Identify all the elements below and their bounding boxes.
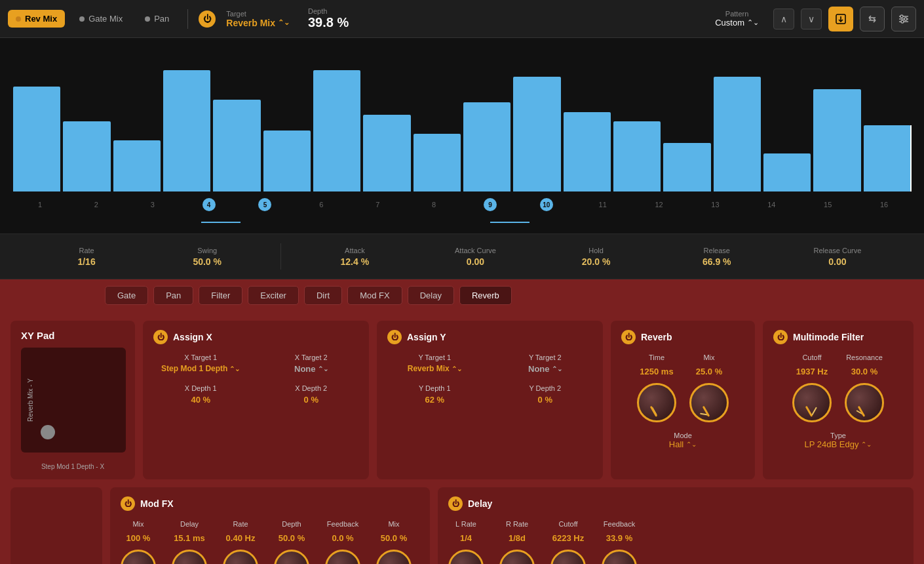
release-curve-param[interactable]: Release Curve 0.00 <box>777 247 898 267</box>
xy-dot[interactable] <box>41 425 55 439</box>
reverb-mix-knob[interactable] <box>689 383 729 422</box>
svg-point-5 <box>900 15 903 18</box>
rate-param[interactable]: Rate 1/16 <box>26 247 147 267</box>
tab-dot <box>79 16 85 22</box>
x-target2-value[interactable]: None ⌃⌄ <box>264 364 359 374</box>
hold-param[interactable]: Hold 20.0 % <box>536 247 657 267</box>
mod-fx-delay-knob[interactable] <box>172 550 207 564</box>
settings-button[interactable] <box>891 7 916 31</box>
nav-down-button[interactable]: ∨ <box>801 9 822 30</box>
delay-card: ⏻ Delay L Rate 1/4 R Rate 1/8d <box>438 487 914 564</box>
mod-fx-mix-knob[interactable] <box>121 550 156 564</box>
tab-pan[interactable]: Pan <box>153 286 193 305</box>
delay-power[interactable]: ⏻ <box>448 496 463 511</box>
assign-y-power[interactable]: ⏻ <box>387 330 402 344</box>
sequencer[interactable]: 12345678910111213141516 <box>0 38 924 233</box>
mod-fx-depth-knob[interactable] <box>274 550 309 564</box>
mod-fx-depth-group: Depth 50.0 % <box>274 520 309 564</box>
tab-delay[interactable]: Delay <box>408 286 454 305</box>
delay-feedback-knob[interactable] <box>602 550 637 564</box>
tab-rev-mix[interactable]: Rev Mix <box>8 10 65 28</box>
assign-x-power[interactable]: ⏻ <box>153 330 168 344</box>
import-button[interactable] <box>828 7 853 31</box>
attack-curve-param[interactable]: Attack Curve 0.00 <box>415 247 535 267</box>
tab-reverb[interactable]: Reverb <box>459 286 512 305</box>
reverb-knobs: Time 1250 ms Mix 25.0 % <box>621 353 744 422</box>
y-target1-group: Y Target 1 Reverb Mix ⌃⌄ <box>387 353 482 374</box>
x-target1-value[interactable]: Step Mod 1 Depth ⌃⌄ <box>153 364 248 373</box>
tab-filter[interactable]: Filter <box>199 286 242 305</box>
y-depth2-value[interactable]: 0 % <box>498 395 593 405</box>
swap-button[interactable] <box>860 7 885 31</box>
x-depth1-value[interactable]: 40 % <box>153 395 248 405</box>
xy-y-label: Reverb Mix - Y <box>27 378 34 422</box>
mod-fx-knobs: Mix 100 % Delay 15.1 ms Ra <box>121 520 419 564</box>
y-depth2-group: Y Depth 2 0 % <box>498 384 593 405</box>
assign-x-card: ⏻ Assign X X Target 1 Step Mod 1 Depth ⌃… <box>143 321 369 479</box>
x-depth2-value[interactable]: 0 % <box>264 395 359 405</box>
delay-cutoff-knob[interactable] <box>550 550 586 564</box>
filter-cutoff-knob[interactable] <box>792 383 832 422</box>
delay-lrate-knob[interactable] <box>448 550 484 564</box>
top-bar: Rev Mix Gate Mix Pan ⏻ Target Reverb Mix… <box>0 0 924 38</box>
target-section: Target Reverb Mix ⌃⌄ <box>226 10 290 28</box>
mod-fx-power[interactable]: ⏻ <box>121 496 135 511</box>
attack-param[interactable]: Attack 12.4 % <box>294 247 415 267</box>
svg-point-6 <box>904 18 907 20</box>
xy-pad[interactable]: Reverb Mix - Y <box>21 348 126 453</box>
y-target2-value[interactable]: None ⌃⌄ <box>498 364 593 374</box>
filter-power[interactable]: ⏻ <box>773 330 788 344</box>
divider <box>187 9 188 29</box>
target-value[interactable]: Reverb Mix ⌃⌄ <box>226 18 290 28</box>
mod-fx-mix-group: Mix 100 % <box>121 520 156 564</box>
release-param[interactable]: Release 66.9 % <box>657 247 777 267</box>
fx-tabs-row: Gate Pan Filter Exciter Dirt Mod FX Dela… <box>0 279 924 312</box>
swing-param[interactable]: Swing 50.0 % <box>147 247 267 267</box>
delay-knobs: L Rate 1/4 R Rate 1/8d Cutoff 6223 Hz <box>448 520 903 564</box>
y-target2-group: Y Target 2 None ⌃⌄ <box>498 353 593 374</box>
nav-up-button[interactable]: ∧ <box>773 9 794 30</box>
y-depth1-value[interactable]: 62 % <box>387 395 482 405</box>
tab-dirt[interactable]: Dirt <box>304 286 342 305</box>
x-depth1-group: X Depth 1 40 % <box>153 384 248 405</box>
param-divider <box>280 243 281 270</box>
mod-fx-feedback-group: Feedback 0.0 % <box>325 520 360 564</box>
delay-title: ⏻ Delay <box>448 496 903 511</box>
depth-section: Depth 39.8 % <box>308 7 349 30</box>
reverb-title: ⏻ Reverb <box>621 330 744 344</box>
filter-resonance-knob[interactable] <box>845 383 884 422</box>
delay-rrate-knob[interactable] <box>499 550 535 564</box>
tab-pan[interactable]: Pan <box>137 10 177 28</box>
tab-modfx[interactable]: Mod FX <box>347 286 402 305</box>
filter-card: ⏻ Multimode Filter Cutoff 1937 Hz Resona… <box>763 321 914 479</box>
bottom-panel: XY Pad Reverb Mix - Y Step Mod 1 Depth -… <box>0 312 924 564</box>
tab-gate[interactable]: Gate <box>105 286 148 305</box>
mod-fx-delay-group: Delay 15.1 ms <box>172 520 207 564</box>
y-target1-value[interactable]: Reverb Mix ⌃⌄ <box>387 364 482 373</box>
mod-fx-feedback-knob[interactable] <box>325 550 360 564</box>
reverb-mode-value[interactable]: Hall ⌃⌄ <box>621 439 744 449</box>
y-depth1-group: Y Depth 1 62 % <box>387 384 482 405</box>
mod-fx-mix2-knob[interactable] <box>376 550 412 564</box>
bars-container[interactable] <box>13 47 911 191</box>
mod-fx-rate-knob[interactable] <box>223 550 258 564</box>
power-button[interactable]: ⏻ <box>199 10 216 28</box>
xy-pad-title: XY Pad <box>21 330 125 341</box>
reverb-time-knob[interactable] <box>637 383 676 422</box>
pattern-value[interactable]: Custom ⌃⌄ <box>715 18 759 28</box>
mod-fx-label-strip <box>10 487 102 564</box>
params-row: Rate 1/16 Swing 50.0 % Attack 12.4 % Att… <box>0 233 924 279</box>
reverb-time-group: Time 1250 ms <box>637 353 676 422</box>
filter-resonance-group: Resonance 30.0 % <box>845 353 884 422</box>
x-target2-group: X Target 2 None ⌃⌄ <box>264 353 359 374</box>
reverb-card: ⏻ Reverb Time 1250 ms Mix 25.0 % <box>611 321 755 479</box>
tab-exciter[interactable]: Exciter <box>248 286 299 305</box>
assign-y-title: ⏻ Assign Y <box>387 330 592 344</box>
step-labels: 12345678910111213141516 <box>13 198 911 212</box>
mod-fx-title: ⏻ Mod FX <box>121 496 419 511</box>
mod-fx-rate-group: Rate 0.40 Hz <box>223 520 258 564</box>
tab-gate-mix[interactable]: Gate Mix <box>71 10 130 28</box>
reverb-power[interactable]: ⏻ <box>621 330 636 344</box>
filter-type-value[interactable]: LP 24dB Edgy ⌃⌄ <box>773 439 903 449</box>
x-target1-group: X Target 1 Step Mod 1 Depth ⌃⌄ <box>153 353 248 374</box>
